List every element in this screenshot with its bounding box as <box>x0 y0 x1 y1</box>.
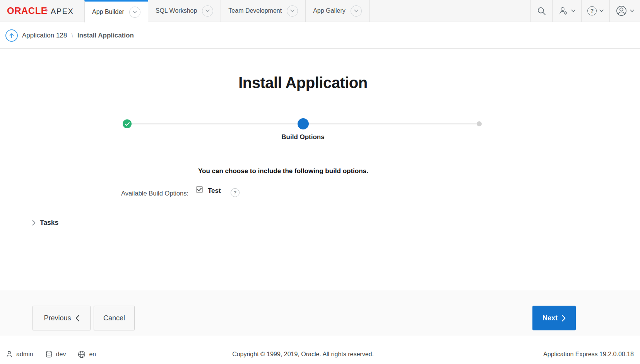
chevron-right-icon <box>32 220 36 226</box>
up-arrow-button[interactable] <box>5 29 18 42</box>
tasks-label: Tasks <box>40 219 58 227</box>
help-menu-button[interactable]: ? <box>581 0 609 22</box>
chevron-down-icon <box>599 9 604 12</box>
breadcrumb-separator: \ <box>71 32 73 39</box>
chevron-down-circle-icon[interactable] <box>129 7 140 18</box>
help-icon: ? <box>587 6 597 15</box>
arrow-up-icon <box>9 32 15 39</box>
chevron-down-circle-icon[interactable] <box>202 5 213 17</box>
primary-tabs: App Builder SQL Workshop Team Developmen… <box>84 0 370 22</box>
breadcrumb-current-page: Install Application <box>77 32 134 39</box>
admin-tools-icon <box>558 6 568 15</box>
tab-sql-workshop[interactable]: SQL Workshop <box>148 0 221 22</box>
breadcrumb-application-link[interactable]: Application 128 <box>22 32 67 39</box>
chevron-down-icon <box>630 9 634 12</box>
chevron-down-icon <box>571 9 575 12</box>
copyright-text: Copyright © 1999, 2019, Oracle. All righ… <box>0 344 606 364</box>
help-icon[interactable]: ? <box>231 188 240 197</box>
account-menu-button[interactable] <box>609 0 640 22</box>
test-build-option-checkbox[interactable] <box>196 186 203 193</box>
instruction-text: You can choose to include the following … <box>198 167 368 175</box>
search-button[interactable] <box>530 0 552 22</box>
wizard-step-label: Build Options <box>264 133 342 141</box>
wizard-step-complete <box>123 119 132 128</box>
next-button[interactable]: Next <box>532 306 576 330</box>
chevron-down-circle-icon[interactable] <box>287 5 298 17</box>
cancel-button[interactable]: Cancel <box>94 306 135 330</box>
administration-menu-button[interactable] <box>552 0 581 22</box>
tab-team-development-label: Team Development <box>228 7 282 14</box>
tab-team-development[interactable]: Team Development <box>221 0 306 22</box>
checkmark-icon <box>197 188 202 191</box>
version-text: Application Express 19.2.0.00.18 <box>543 344 634 364</box>
tasks-expander[interactable]: Tasks <box>32 219 58 227</box>
chevron-down-circle-icon[interactable] <box>351 5 362 17</box>
cancel-button-label: Cancel <box>103 314 125 322</box>
chevron-right-icon <box>562 315 566 321</box>
header-actions: ? <box>530 0 640 22</box>
top-navigation-bar: ORACLE® APEX App Builder SQL Workshop Te… <box>0 0 640 22</box>
account-icon <box>616 5 627 17</box>
tab-sql-workshop-label: SQL Workshop <box>156 7 197 14</box>
test-checkbox-label[interactable]: Test <box>208 187 221 195</box>
wizard-button-bar: Previous Cancel Next <box>0 291 640 335</box>
tab-app-builder[interactable]: App Builder <box>84 0 148 22</box>
previous-button-label: Previous <box>44 314 71 322</box>
tab-app-gallery-label: App Gallery <box>313 7 346 14</box>
footer: admin dev en Copyright © 1999, 2019, Ora… <box>0 344 640 364</box>
oracle-wordmark: ORACLE® <box>7 5 48 16</box>
page-title: Install Application <box>0 74 606 92</box>
wizard-step-current <box>298 118 309 129</box>
tab-app-builder-label: App Builder <box>92 9 124 15</box>
wizard-step-upcoming <box>477 121 482 126</box>
check-icon <box>125 122 130 126</box>
previous-button[interactable]: Previous <box>33 306 91 330</box>
oracle-apex-logo[interactable]: ORACLE® APEX <box>0 5 84 16</box>
tab-app-gallery[interactable]: App Gallery <box>306 0 370 22</box>
breadcrumb: Application 128 \ Install Application <box>0 22 640 49</box>
search-icon <box>537 6 546 16</box>
chevron-left-icon <box>75 315 79 321</box>
next-button-label: Next <box>542 314 558 322</box>
build-options-field-label: Available Build Options: <box>96 190 188 197</box>
apex-wordmark: APEX <box>51 7 74 16</box>
registered-trademark-icon: ® <box>45 9 48 12</box>
